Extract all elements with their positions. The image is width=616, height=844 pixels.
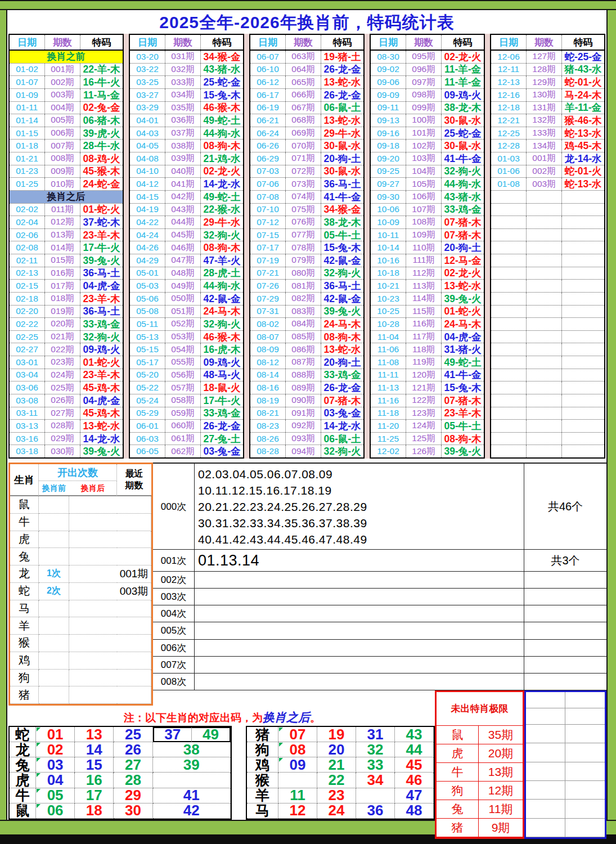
after-count-value [69,670,117,687]
code-cell: 24-马-木 [321,318,363,330]
code-cell: 43-猪-水 [201,64,243,76]
code-cell: 43-猪-水 [442,191,484,203]
date-cell: 01-25 [10,178,45,190]
date-cell: 01-08 [491,178,527,190]
date-cell [491,343,527,356]
period-cell: 091期 [286,407,321,420]
period-header: 期数 [406,35,442,50]
period-cell: 002期 [527,165,562,178]
lottery-row: 02-13016期36-马-土 [10,267,123,280]
page: 2025全年-2026年换肖前，特码统计表 日期期数特码换肖之前01-02001… [0,0,616,844]
period-cell: 020期 [45,318,80,330]
lottery-row: 09-13100期30-鼠-水 [371,114,484,127]
number-cell: 28 [114,773,152,788]
lottery-row: 01-08003期蛇-13-水 [491,178,604,191]
date-cell: 01-11 [10,102,45,114]
number-cell: 09 [278,757,317,773]
code-cell: 19-猪-土 [321,51,363,63]
code-cell: 49-蛇-土 [201,191,243,203]
period-cell: 066期 [286,89,321,101]
period-cell: 032期 [165,64,201,76]
number-cell: 48 [395,803,434,819]
numbers-line: 02.03.04.05.06.07.08.09 [198,466,524,482]
lottery-row: 05-11052期32-狗-火 [130,318,243,331]
period-cell: 106期 [406,191,442,203]
code-cell: 02-龙-火 [442,51,484,63]
lottery-row: 04-24045期32-狗-火 [130,229,243,242]
zodiac-name: 蛇 [10,583,39,600]
period-cell: 051期 [165,306,201,318]
code-cell: 45-猴-木 [80,165,123,178]
date-header: 日期 [371,35,406,50]
code-cell: 猪-43-水 [562,64,604,76]
code-cell [562,241,604,254]
period-cell [527,394,562,407]
recent-period-value [117,531,151,549]
count-row: 002次 [153,572,606,589]
date-cell: 04-15 [130,191,165,203]
date-cell: 08-30 [371,51,406,63]
count-row: 006次 [153,640,606,657]
date-cell: 06-21 [250,114,286,127]
lottery-row: 11-08119期49-蛇-土 [371,356,484,369]
count-numbers [195,674,524,690]
number-cell: 07 [278,727,317,742]
limit-period: 13期 [479,763,523,782]
lottery-row: 10-21113期13-蛇-水 [371,280,484,293]
code-cell: 04-虎-金 [442,331,484,343]
lottery-table: 日期期数特码12-06127期蛇-25-金12-11128期猪-43-水12-1… [490,34,605,459]
code-cell: 17-牛-火 [80,241,123,254]
after-count-value [69,652,117,670]
period-cell: 060期 [165,420,201,432]
period-cell: 050期 [165,293,201,305]
code-cell: 30-鼠-水 [321,140,363,152]
date-cell: 08-02 [250,318,286,330]
date-cell: 12-06 [491,51,527,63]
code-cell: 11-马-金 [80,89,123,101]
date-cell [491,229,527,241]
code-cell: 32-狗-火 [80,331,123,343]
lottery-row: 07-26081期36-马-土 [250,280,363,293]
lottery-row: 05-15054期16-虎-木 [130,343,243,356]
lottery-row: 04-10040期02-龙-火 [130,165,243,178]
code-cell: 39-兔-火 [442,445,484,457]
period-cell [527,216,562,228]
code-cell: 18-鼠-火 [201,381,243,394]
date-cell: 07-12 [250,216,286,228]
period-cell: 080期 [286,267,321,280]
lottery-row: 06-05062期03-兔-金 [130,445,243,457]
period-cell: 102期 [406,140,442,152]
code-cell: 39-兔-火 [80,445,123,457]
count-numbers [195,657,524,673]
period-cell: 035期 [165,102,201,114]
code-cell: 26-龙-金 [321,381,363,394]
lottery-row: 03-16029期14-龙-水 [10,433,123,446]
period-cell: 001期 [45,64,80,76]
lottery-row: 06-07063期19-猪-土 [250,51,363,64]
period-cell: 063期 [286,51,321,63]
number-cell: 33 [356,757,395,773]
zodiac-name: 牛 [10,514,39,531]
date-cell: 09-20 [371,152,406,165]
right-border-band [606,10,616,834]
period-cell: 042期 [165,191,201,203]
lottery-row: 09-11099期38-龙-木 [371,102,484,115]
number-cell: 21 [317,757,356,773]
number-cell: 32 [356,742,395,757]
code-cell: 44-狗-水 [201,127,243,140]
number-cell: 39 [153,757,231,773]
date-cell [491,420,527,432]
code-cell: 32-狗-火 [201,229,243,241]
period-cell: 078期 [286,241,321,254]
code-cell: 15-兔-木 [321,241,363,254]
date-cell [491,394,527,407]
code-cell [562,293,604,305]
period-cell: 097期 [406,76,442,88]
lottery-row: 12-02126期39-兔-火 [371,445,484,457]
code-cell: 24-马-木 [201,306,243,318]
date-cell: 06-05 [130,445,165,457]
numbers-line: 30.31.32.33.34.35.36.37.38.39 [198,515,524,531]
lottery-row: 08-16089期26-龙-金 [250,381,363,394]
empty-grid-cell [565,762,605,781]
date-cell: 12-02 [371,445,406,457]
